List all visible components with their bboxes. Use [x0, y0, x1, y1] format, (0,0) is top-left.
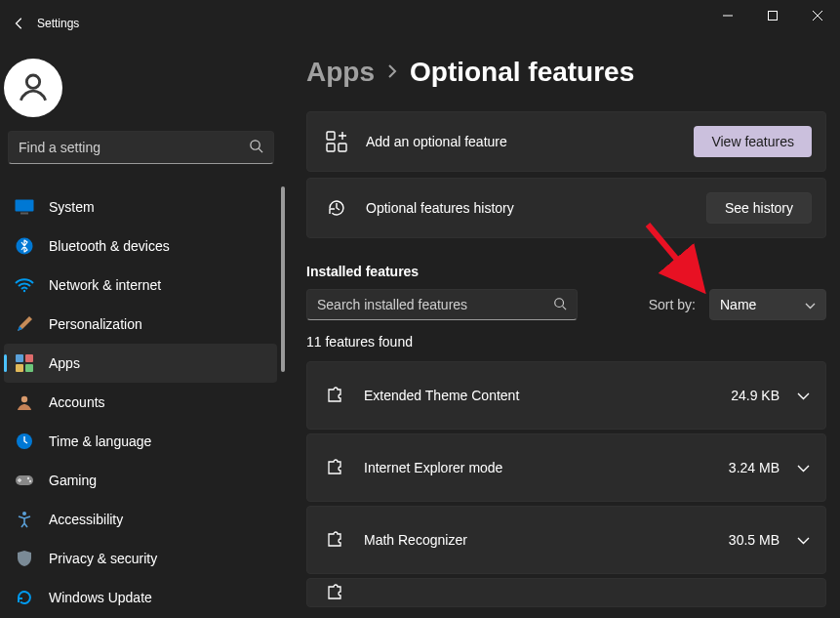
svg-rect-10	[25, 354, 33, 362]
back-button[interactable]	[4, 8, 35, 39]
breadcrumb: Apps Optional features	[306, 57, 826, 88]
shield-icon	[14, 548, 35, 569]
search-icon	[249, 139, 263, 156]
close-button[interactable]	[795, 0, 840, 31]
history-card: Optional features history See history	[306, 178, 826, 238]
sidebar-item-label: Bluetooth & devices	[49, 238, 170, 254]
chevron-down-icon[interactable]	[797, 532, 810, 548]
feature-search-placeholder: Search installed features	[317, 297, 553, 312]
installed-features-title: Installed features	[306, 264, 826, 279]
sort-by-value: Name	[720, 297, 805, 312]
svg-rect-5	[16, 200, 34, 212]
sidebar-item-label: Accounts	[49, 394, 105, 410]
svg-rect-1	[769, 12, 778, 21]
svg-point-17	[29, 480, 31, 482]
history-label: Optional features history	[366, 200, 706, 216]
sidebar-item-label: Apps	[49, 355, 80, 371]
chevron-down-icon	[805, 297, 816, 312]
chevron-down-icon[interactable]	[797, 388, 810, 403]
svg-point-18	[22, 512, 26, 515]
sidebar-item-network[interactable]: Network & internet	[4, 266, 277, 305]
add-feature-card: Add an optional feature View features	[306, 111, 826, 172]
sidebar-item-label: Personalization	[49, 316, 142, 332]
svg-point-8	[23, 290, 25, 292]
svg-point-22	[555, 298, 564, 307]
feature-row[interactable]	[306, 578, 826, 607]
app-title: Settings	[37, 17, 79, 30]
feature-size: 24.9 KB	[731, 388, 780, 403]
sidebar-item-system[interactable]: System	[4, 187, 277, 227]
svg-rect-11	[16, 364, 23, 372]
sidebar-item-label: System	[49, 199, 95, 215]
view-features-button[interactable]: View features	[694, 126, 812, 157]
gamepad-icon	[14, 470, 35, 491]
sidebar-scrollbar[interactable]	[281, 186, 285, 372]
maximize-button[interactable]	[750, 0, 795, 31]
feature-name: Internet Explorer mode	[364, 460, 729, 475]
avatar[interactable]	[4, 59, 62, 117]
puzzle-icon	[323, 384, 346, 407]
sidebar-item-personalization[interactable]: Personalization	[4, 305, 277, 344]
search-icon	[553, 297, 567, 313]
svg-rect-6	[20, 213, 28, 215]
sidebar-item-label: Windows Update	[49, 590, 152, 605]
update-icon	[14, 587, 35, 608]
sort-by-dropdown[interactable]: Name	[709, 289, 826, 320]
search-placeholder: Find a setting	[19, 140, 249, 155]
paintbrush-icon	[14, 313, 35, 335]
add-feature-label: Add an optional feature	[366, 134, 694, 149]
feature-name: Extended Theme Content	[364, 388, 731, 403]
svg-rect-9	[16, 354, 23, 362]
svg-point-2	[26, 75, 39, 88]
main-content: Apps Optional features Add an optional f…	[293, 47, 840, 618]
svg-line-23	[563, 306, 567, 309]
apps-icon	[14, 352, 35, 374]
bluetooth-icon	[14, 235, 35, 257]
see-history-button[interactable]: See history	[706, 192, 812, 224]
sidebar-item-label: Privacy & security	[49, 551, 157, 566]
svg-point-16	[27, 477, 29, 479]
puzzle-icon	[323, 528, 346, 552]
feature-name: Math Recognizer	[364, 532, 729, 548]
sidebar-item-label: Network & internet	[49, 277, 161, 293]
feature-search-input[interactable]: Search installed features	[306, 289, 578, 320]
clock-globe-icon	[14, 431, 35, 452]
sidebar-item-label: Gaming	[49, 473, 97, 488]
svg-point-13	[21, 396, 27, 402]
person-icon	[14, 391, 35, 413]
feature-row[interactable]: Extended Theme Content 24.9 KB	[306, 361, 826, 430]
sidebar-item-label: Accessibility	[49, 512, 123, 527]
feature-row[interactable]: Internet Explorer mode 3.24 MB	[306, 433, 826, 502]
sidebar-item-windows-update[interactable]: Windows Update	[4, 578, 277, 617]
sidebar-item-apps[interactable]: Apps	[4, 344, 277, 383]
svg-rect-21	[339, 144, 346, 151]
sidebar-item-time-language[interactable]: Time & language	[4, 422, 277, 461]
sidebar-item-privacy[interactable]: Privacy & security	[4, 539, 277, 578]
breadcrumb-parent[interactable]: Apps	[306, 57, 375, 88]
minimize-button[interactable]	[705, 0, 750, 31]
feature-size: 30.5 MB	[729, 532, 780, 548]
wifi-icon	[14, 274, 35, 296]
svg-rect-12	[25, 364, 33, 372]
features-count: 11 features found	[306, 334, 826, 350]
puzzle-icon	[323, 456, 346, 479]
accessibility-icon	[14, 509, 35, 530]
feature-row[interactable]: Math Recognizer 30.5 MB	[306, 506, 826, 574]
sidebar-item-label: Time & language	[49, 433, 151, 449]
display-icon	[14, 196, 35, 218]
chevron-down-icon[interactable]	[797, 460, 810, 475]
settings-search-input[interactable]: Find a setting	[8, 131, 274, 164]
features-list: Extended Theme Content 24.9 KB Internet …	[306, 361, 826, 607]
sidebar-item-bluetooth[interactable]: Bluetooth & devices	[4, 227, 277, 266]
feature-size: 3.24 MB	[729, 460, 780, 475]
svg-line-4	[259, 148, 262, 152]
page-title: Optional features	[410, 57, 634, 88]
sidebar: Find a setting System Bluetooth & device…	[0, 47, 293, 618]
puzzle-icon	[323, 581, 346, 604]
sidebar-item-gaming[interactable]: Gaming	[4, 461, 277, 500]
chevron-right-icon	[386, 62, 398, 83]
add-module-icon	[321, 126, 352, 157]
sidebar-item-accessibility[interactable]: Accessibility	[4, 500, 277, 539]
sidebar-item-accounts[interactable]: Accounts	[4, 383, 277, 422]
svg-rect-20	[327, 144, 335, 151]
